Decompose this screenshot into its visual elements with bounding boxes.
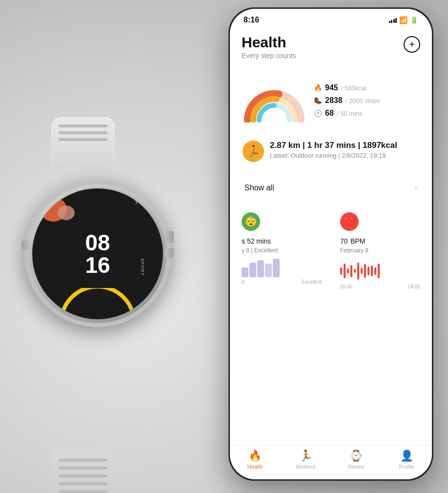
- workout-stats: 2.87 km | 1 hr 37 mins | 1897kcal: [270, 141, 397, 150]
- sleep-date: y 8 | Excellent: [242, 247, 322, 254]
- nav-health[interactable]: 🔥 Health: [241, 450, 270, 470]
- hr-end-label: 24:00: [408, 284, 420, 289]
- watch-time: 0816: [85, 231, 110, 276]
- heart-rate-icon: ❤️: [340, 212, 359, 231]
- calories-value: 945: [325, 83, 338, 92]
- watch-arc: [59, 288, 137, 314]
- health-nav-icon: 🔥: [248, 450, 262, 462]
- sleep-start-label: d: [242, 279, 244, 285]
- nav-profile[interactable]: 👤 Profile: [392, 450, 421, 470]
- crown-button-2: [165, 248, 174, 258]
- sleep-chart: [242, 258, 322, 277]
- workout-nav-icon: 🏃: [299, 450, 312, 462]
- calories-goal: / 500kcal: [341, 84, 367, 92]
- profile-nav-icon: 👤: [400, 450, 413, 462]
- status-bar: 8:16 📶 🔋: [230, 9, 432, 28]
- steps-goal: / 2000 steps: [346, 97, 380, 104]
- sleep-icon: 😴: [242, 212, 260, 231]
- chevron-right-icon: ›: [414, 183, 417, 193]
- activity-card: 🔥 945 / 500kcal 🥾 2838 / 2000 steps 🕐 68: [235, 73, 427, 128]
- show-all-row[interactable]: Show all ›: [235, 175, 427, 201]
- nav-device[interactable]: ⌚ Device: [342, 450, 371, 470]
- phone: 8:16 📶 🔋 Health Ever: [228, 7, 433, 481]
- band-top: [51, 117, 115, 166]
- health-nav-label: Health: [247, 464, 263, 470]
- watch-face: TUE 0816 SPORT: [32, 188, 163, 319]
- workout-card: 🏃 2.87 km | 1 hr 37 mins | 1897kcal Lats…: [235, 133, 427, 170]
- heart-rate-card: ❤️ 70 BPM February 8: [333, 205, 427, 296]
- phone-frame: 8:16 📶 🔋 Health Ever: [228, 7, 433, 481]
- watch-case: TUE 0816 SPORT: [24, 181, 171, 327]
- crown-button-3: [21, 241, 30, 249]
- add-button[interactable]: +: [404, 36, 420, 53]
- band-holes-bottom: [59, 459, 107, 493]
- crown-button-1: [165, 231, 174, 243]
- watch-blob-pink: [58, 205, 75, 220]
- app-header: Health Every step counts +: [230, 28, 432, 67]
- bottom-nav: 🔥 Health 🏃 Workout ⌚ Device 👤 Profile: [230, 445, 432, 479]
- page-title: Health: [242, 34, 296, 51]
- device-nav-icon: ⌚: [349, 450, 363, 462]
- watch: TUE 0816 SPORT: [10, 156, 185, 459]
- sleep-chart-labels: d Excellent: [242, 279, 322, 285]
- scroll-area: 🔥 945 / 500kcal 🥾 2838 / 2000 steps 🕐 68: [230, 67, 432, 445]
- steps-stat: 🥾 2838 / 2000 steps: [314, 96, 419, 105]
- workout-detail: Latset: Outdoor running | 2/8/2022, 19:1…: [270, 152, 397, 159]
- brand-text: SPORT: [140, 258, 145, 276]
- heart-rate-value: 70 BPM: [340, 235, 420, 246]
- signal-icon: [389, 17, 397, 23]
- nav-workout[interactable]: 🏃 Workout: [291, 450, 320, 470]
- device-nav-label: Device: [348, 464, 365, 470]
- band-bottom: [51, 449, 115, 493]
- status-icons: 📶 🔋: [389, 16, 419, 24]
- active-mins-stat: 🕐 68 / 50 mins: [314, 109, 419, 118]
- steps-value: 2838: [325, 96, 343, 105]
- hr-start-label: 00:00: [340, 284, 352, 289]
- clock-icon: 🕐: [314, 109, 322, 117]
- heart-rate-date: February 8: [340, 247, 420, 254]
- flame-icon: 🔥: [314, 84, 322, 92]
- workout-info: 2.87 km | 1 hr 37 mins | 1897kcal Latset…: [270, 141, 397, 159]
- hr-chart-labels: 00:00 24:00: [340, 284, 420, 289]
- active-mins-goal: / 50 mins: [337, 110, 363, 117]
- band-holes-top: [59, 124, 107, 141]
- phone-screen: 8:16 📶 🔋 Health Ever: [230, 9, 432, 479]
- workout-icon: 🏃: [243, 141, 264, 162]
- sleep-card: 😴 s 52 mins y 8 | Excellent: [235, 205, 328, 296]
- steps-icon: 🥾: [314, 97, 322, 104]
- hr-chart: [340, 259, 420, 283]
- battery-icon: 🔋: [410, 16, 418, 24]
- activity-ring: [243, 81, 306, 120]
- watch-day: TUE: [135, 199, 148, 205]
- status-time: 8:16: [244, 16, 259, 24]
- page-subtitle: Every step counts: [242, 52, 296, 60]
- profile-nav-label: Profile: [399, 464, 414, 470]
- metrics-row: 😴 s 52 mins y 8 | Excellent: [235, 205, 427, 296]
- show-all-label: Show all: [244, 184, 274, 192]
- workout-nav-label: Workout: [296, 464, 316, 470]
- activity-stats: 🔥 945 / 500kcal 🥾 2838 / 2000 steps 🕐 68: [314, 83, 419, 118]
- wifi-icon: 📶: [399, 16, 407, 24]
- sleep-end-label: Excellent: [302, 279, 322, 285]
- sleep-value: s 52 mins: [242, 235, 322, 246]
- calories-stat: 🔥 945 / 500kcal: [314, 83, 419, 92]
- active-mins-value: 68: [325, 109, 334, 118]
